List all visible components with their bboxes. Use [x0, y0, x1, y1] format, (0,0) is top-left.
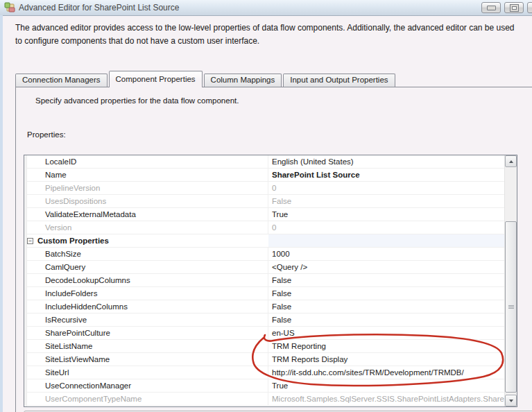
property-value[interactable]: 0	[268, 182, 504, 194]
property-row-siteurl[interactable]: SiteUrlhttp://it-sdd.uhc.com/sites/TRM/D…	[24, 366, 504, 379]
property-name: −Custom Properties	[24, 234, 268, 247]
property-row-decodelookupcolumns[interactable]: DecodeLookupColumnsFalse	[24, 274, 504, 287]
tab-strip: Connection ManagersComponent PropertiesC…	[15, 71, 397, 87]
property-row-version[interactable]: Version0	[24, 221, 504, 234]
property-value[interactable]	[268, 234, 504, 247]
property-name: IncludeFolders	[24, 287, 268, 300]
property-row-usesdispositions[interactable]: UsesDispositionsFalse	[24, 195, 504, 208]
property-name: IsRecursive	[24, 314, 268, 326]
property-row-localeid[interactable]: LocaleIDEnglish (United States)	[24, 155, 504, 169]
property-grid-rows: LocaleIDEnglish (United States)NameShare…	[24, 155, 504, 406]
minimize-icon	[487, 6, 496, 10]
property-name: IncludeHiddenColumns	[24, 300, 268, 313]
property-value[interactable]: en-US	[268, 327, 504, 339]
property-value[interactable]: <Query />	[268, 261, 504, 273]
property-row-camlquery[interactable]: CamlQuery<Query />	[24, 261, 504, 274]
property-name: SiteListViewName	[24, 353, 268, 366]
property-value[interactable]: SharePoint List Source	[268, 169, 504, 181]
scrollbar-down-button[interactable]	[505, 395, 517, 406]
property-name: UsesDispositions	[24, 195, 268, 207]
property-name: PipelineVersion	[24, 182, 268, 194]
property-row-pipelineversion[interactable]: PipelineVersion0	[24, 182, 504, 195]
property-row-includefolders[interactable]: IncludeFoldersFalse	[24, 287, 504, 300]
property-value[interactable]: True	[268, 379, 504, 392]
property-name: Version	[24, 221, 268, 234]
collapse-expander-icon[interactable]: −	[27, 238, 33, 244]
property-row-batchsize[interactable]: BatchSize1000	[24, 248, 504, 261]
property-name: DecodeLookupColumns	[24, 274, 268, 286]
maximize-button[interactable]	[504, 2, 524, 13]
arrow-up-icon	[509, 160, 513, 163]
property-name: LocaleID	[24, 155, 268, 168]
property-value[interactable]: English (United States)	[268, 155, 504, 168]
component-properties-tab-panel: Specify advanced properties for the data…	[15, 87, 532, 412]
minimize-button[interactable]	[481, 2, 501, 13]
properties-label: Properties:	[27, 130, 66, 139]
property-value[interactable]: False	[268, 195, 504, 207]
scrollbar-thumb[interactable]	[505, 221, 517, 393]
property-row-includehiddencolumns[interactable]: IncludeHiddenColumnsFalse	[24, 300, 504, 314]
property-value[interactable]: 1000	[268, 248, 504, 260]
property-name: UseConnectionManager	[24, 379, 268, 392]
property-value[interactable]: False	[268, 300, 504, 313]
property-row-validateexternalmetadata[interactable]: ValidateExternalMetadataTrue	[24, 208, 504, 221]
tab-hint: Specify advanced properties for the data…	[35, 96, 239, 105]
tab-input-and-output-properties[interactable]: Input and Output Properties	[283, 74, 395, 87]
category-row-custom-properties[interactable]: −Custom Properties	[24, 234, 504, 248]
property-grid: LocaleIDEnglish (United States)NameShare…	[24, 155, 517, 407]
maximize-icon	[510, 4, 519, 12]
property-value[interactable]: True	[268, 208, 504, 221]
property-name: SiteListName	[24, 340, 268, 352]
window-left-border	[0, 15, 3, 412]
property-row-sitelistviewname[interactable]: SiteListViewNameTRM Reports Display	[24, 353, 504, 366]
property-row-name[interactable]: NameSharePoint List Source	[24, 169, 504, 182]
property-row-isrecursive[interactable]: IsRecursiveFalse	[24, 314, 504, 327]
property-value[interactable]: http://it-sdd.uhc.com/sites/TRM/Developm…	[268, 366, 504, 379]
property-row-sitelistname[interactable]: SiteListNameTRM Reporting	[24, 340, 504, 353]
property-row-usercomponenttypename[interactable]: UserComponentTypeNameMicrosoft.Samples.S…	[24, 393, 504, 406]
property-name: SharePointCulture	[24, 327, 268, 339]
property-value[interactable]: False	[268, 314, 504, 326]
property-value[interactable]: 0	[268, 221, 504, 234]
tab-component-properties[interactable]: Component Properties	[109, 71, 203, 87]
close-button[interactable]: ×	[527, 2, 532, 13]
property-value[interactable]: False	[268, 274, 504, 286]
property-name: BatchSize	[24, 248, 268, 260]
title-bar: Advanced Editor for SharePoint List Sour…	[0, 0, 532, 16]
grid-gutter	[24, 155, 27, 406]
tab-connection-managers[interactable]: Connection Managers	[15, 74, 108, 87]
window-title: Advanced Editor for SharePoint List Sour…	[19, 0, 179, 15]
property-name: CamlQuery	[24, 261, 268, 273]
property-value[interactable]: TRM Reports Display	[268, 353, 504, 366]
property-name: Name	[24, 169, 268, 181]
scrollbar-up-button[interactable]	[505, 155, 517, 167]
scrollbar-grip-icon	[508, 305, 514, 309]
dialog-description: The advanced editor provides access to t…	[15, 22, 520, 48]
property-name: UserComponentTypeName	[24, 393, 268, 405]
property-name: SiteUrl	[24, 366, 268, 379]
property-row-sharepointculture[interactable]: SharePointCultureen-US	[24, 327, 504, 340]
tab-column-mappings[interactable]: Column Mappings	[204, 74, 282, 87]
arrow-down-icon	[509, 400, 513, 402]
vertical-scrollbar[interactable]	[504, 155, 517, 406]
advanced-editor-icon	[4, 2, 15, 13]
property-value[interactable]: TRM Reporting	[268, 340, 504, 352]
property-value[interactable]: Microsoft.Samples.SqlServer.SSIS.SharePo…	[268, 393, 504, 405]
property-value[interactable]: False	[268, 287, 504, 300]
property-row-useconnectionmanager[interactable]: UseConnectionManagerTrue	[24, 379, 504, 393]
property-name: ValidateExternalMetadata	[24, 208, 268, 221]
